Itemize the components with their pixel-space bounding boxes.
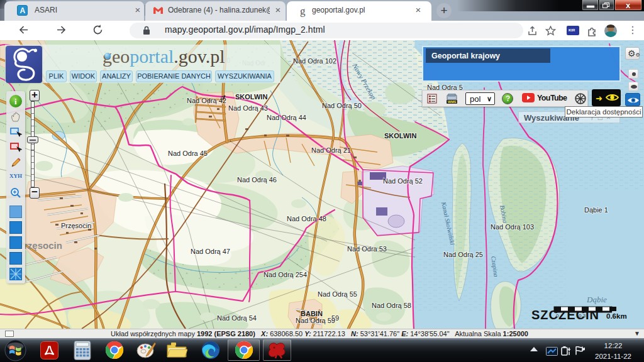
svg-text:Nad Odra 53: Nad Odra 53 <box>347 245 387 253</box>
svg-text:SKOLWIN: SKOLWIN <box>235 93 267 101</box>
svg-text:Nad Odrą 25: Nad Odrą 25 <box>443 251 483 258</box>
svg-text:2021-11-22: 2021-11-22 <box>595 353 631 361</box>
svg-text:Nad Odrą 52: Nad Odrą 52 <box>383 177 423 185</box>
svg-text:Nad Odrą 43: Nad Odrą 43 <box>228 104 268 112</box>
svg-text:Nad Odrą 59: Nad Odrą 59 <box>296 317 335 324</box>
svg-text:Dąbie: Dąbie <box>586 295 607 304</box>
svg-text:Przęsocin: Przęsocin <box>61 222 91 229</box>
svg-text:SKOLWIN: SKOLWIN <box>384 132 416 140</box>
svg-text:Nad Odrą 21: Nad Odrą 21 <box>311 146 351 154</box>
svg-text:12:22: 12:22 <box>604 343 623 350</box>
svg-text:Nad Odrą 42: Nad Odrą 42 <box>187 97 226 104</box>
svg-text:Nad Odrą 103: Nad Odrą 103 <box>491 223 534 231</box>
svg-text:WMS: WMS <box>448 100 457 104</box>
svg-text:Nad Odrą 55: Nad Odrą 55 <box>318 290 357 298</box>
svg-text:0.6km: 0.6km <box>606 312 627 320</box>
svg-text:Nad Odrą 254: Nad Odrą 254 <box>264 271 307 278</box>
svg-text:0: 0 <box>556 313 559 319</box>
svg-text:Nad Odra 102: Nad Odra 102 <box>293 57 336 65</box>
svg-text:Nad Odrą 47: Nad Odrą 47 <box>191 248 230 255</box>
svg-text:Nad Odrą 50: Nad Odrą 50 <box>322 102 362 109</box>
svg-text:Dąbie 1: Dąbie 1 <box>584 206 608 214</box>
svg-text:Nad Odrą 54: Nad Odrą 54 <box>217 314 257 322</box>
svg-text:Nad Odrą 58: Nad Odrą 58 <box>372 302 411 309</box>
svg-text:Nad Odrą 44: Nad Odrą 44 <box>267 114 306 121</box>
svg-text:Nad Odrą 46: Nad Odrą 46 <box>237 176 277 184</box>
svg-text:Nad Odra 45: Nad Odra 45 <box>168 150 208 157</box>
svg-text:Nad Odrą 48: Nad Odrą 48 <box>287 215 326 222</box>
svg-text:rzęsocin: rzęsocin <box>24 240 62 251</box>
svg-text:0,3: 0,3 <box>579 313 586 319</box>
